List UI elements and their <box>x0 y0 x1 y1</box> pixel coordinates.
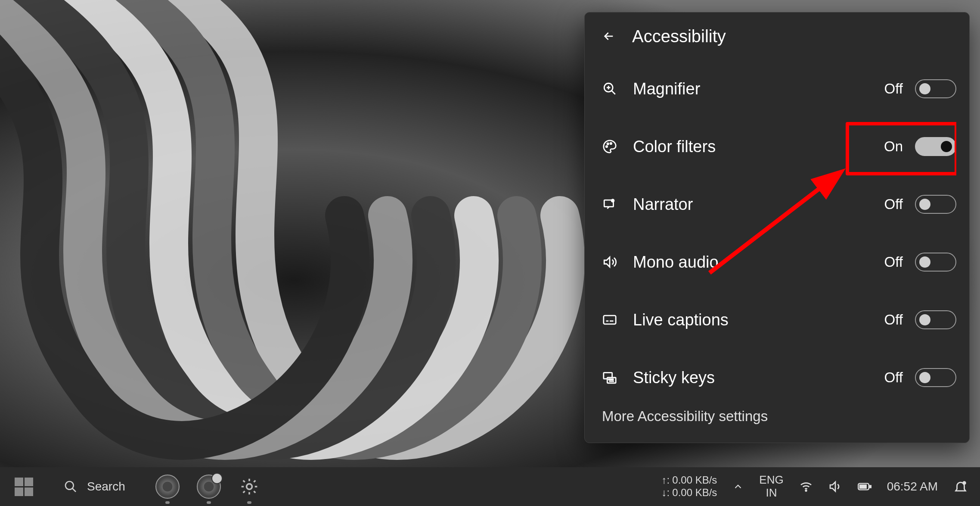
chevron-up-icon <box>732 481 744 492</box>
search-icon <box>64 480 78 494</box>
svg-marker-26 <box>830 482 835 491</box>
search-label: Search <box>87 480 125 494</box>
setting-status: On <box>884 138 903 155</box>
setting-status: Off <box>884 81 903 97</box>
setting-row-sticky-keys[interactable]: Sticky keys Off <box>602 349 956 406</box>
toggle-narrator[interactable] <box>915 195 956 214</box>
setting-row-narrator[interactable]: Narrator Off <box>602 175 956 233</box>
setting-label: Sticky keys <box>633 369 884 387</box>
svg-point-9 <box>611 199 615 203</box>
svg-rect-28 <box>870 486 871 488</box>
toggle-magnifier[interactable] <box>915 79 956 98</box>
setting-label: Color filters <box>633 137 884 156</box>
setting-status: Off <box>884 369 903 386</box>
toggle-live-captions[interactable] <box>915 310 956 329</box>
setting-label: Magnifier <box>633 80 884 98</box>
language-indicator[interactable]: ENG IN <box>759 474 783 500</box>
panel-header: Accessibility <box>602 12 956 60</box>
svg-point-22 <box>65 481 74 490</box>
taskbar-search[interactable]: Search <box>64 480 125 494</box>
toggle-color-filters[interactable] <box>915 137 956 156</box>
bell-icon <box>953 479 968 494</box>
setting-status: Off <box>884 196 903 212</box>
svg-line-23 <box>72 488 76 492</box>
setting-status: Off <box>884 254 903 270</box>
svg-point-24 <box>246 484 252 490</box>
magnifier-icon <box>602 81 617 97</box>
gear-icon <box>240 477 259 496</box>
svg-rect-29 <box>859 484 866 489</box>
setting-label: Mono audio <box>633 253 884 272</box>
wifi-icon <box>799 480 813 494</box>
network-stats[interactable]: ↑: 0.00 KB/s ↓: 0.00 KB/s <box>662 474 717 499</box>
wifi-button[interactable] <box>799 480 813 494</box>
toggle-mono-audio[interactable] <box>915 253 956 272</box>
svg-marker-10 <box>604 257 610 267</box>
narrator-icon <box>602 197 617 212</box>
taskbar: Search ↑: 0.00 KB/s ↓: 0.00 KB/s ENG IN <box>0 467 980 506</box>
taskbar-app-opera-gx[interactable] <box>197 475 221 499</box>
setting-row-mono-audio[interactable]: Mono audio Off <box>602 233 956 291</box>
palette-icon <box>602 139 617 154</box>
setting-row-live-captions[interactable]: Live captions Off <box>602 291 956 349</box>
captions-icon <box>602 312 617 328</box>
svg-point-16 <box>608 379 609 380</box>
tray-overflow-button[interactable] <box>732 481 744 492</box>
back-button[interactable] <box>602 29 616 43</box>
volume-icon <box>828 480 842 494</box>
battery-button[interactable] <box>858 480 871 494</box>
arrow-down-icon: ↓: <box>662 487 670 499</box>
notifications-button[interactable] <box>953 479 968 494</box>
svg-point-6 <box>607 143 608 144</box>
battery-icon <box>858 480 871 494</box>
svg-point-7 <box>610 143 611 144</box>
accessibility-panel: Accessibility Magnifier Off Color filter… <box>584 12 970 443</box>
desktop-wallpaper: Accessibility Magnifier Off Color filter… <box>0 0 980 467</box>
setting-status: Off <box>884 312 903 328</box>
more-accessibility-link[interactable]: More Accessibility settings <box>602 408 956 425</box>
taskbar-app-opera[interactable] <box>155 475 180 499</box>
panel-title: Accessibility <box>632 27 726 46</box>
clock[interactable]: 06:52 AM <box>887 480 938 494</box>
taskbar-pinned-apps <box>155 475 261 499</box>
svg-point-30 <box>962 481 966 485</box>
volume-button[interactable] <box>828 480 842 494</box>
svg-point-17 <box>611 379 611 380</box>
setting-label: Live captions <box>633 311 884 329</box>
svg-point-25 <box>805 490 806 491</box>
start-button[interactable] <box>9 472 38 501</box>
svg-point-18 <box>612 379 613 380</box>
system-tray: ↑: 0.00 KB/s ↓: 0.00 KB/s ENG IN 06:52 A… <box>662 474 980 500</box>
setting-label: Narrator <box>633 195 884 214</box>
arrow-up-icon: ↑: <box>662 474 670 487</box>
keyboard-icon <box>602 370 617 385</box>
toggle-sticky-keys[interactable] <box>915 368 956 387</box>
svg-line-2 <box>611 91 615 94</box>
panel-body: Magnifier Off Color filters On Narrator <box>602 60 956 443</box>
svg-point-5 <box>606 146 607 147</box>
windows-logo-icon <box>15 478 33 496</box>
taskbar-app-settings[interactable] <box>238 475 261 498</box>
setting-row-magnifier[interactable]: Magnifier Off <box>602 60 956 118</box>
speaker-icon <box>602 254 617 270</box>
setting-row-color-filters[interactable]: Color filters On <box>602 118 956 175</box>
svg-rect-11 <box>604 315 616 324</box>
